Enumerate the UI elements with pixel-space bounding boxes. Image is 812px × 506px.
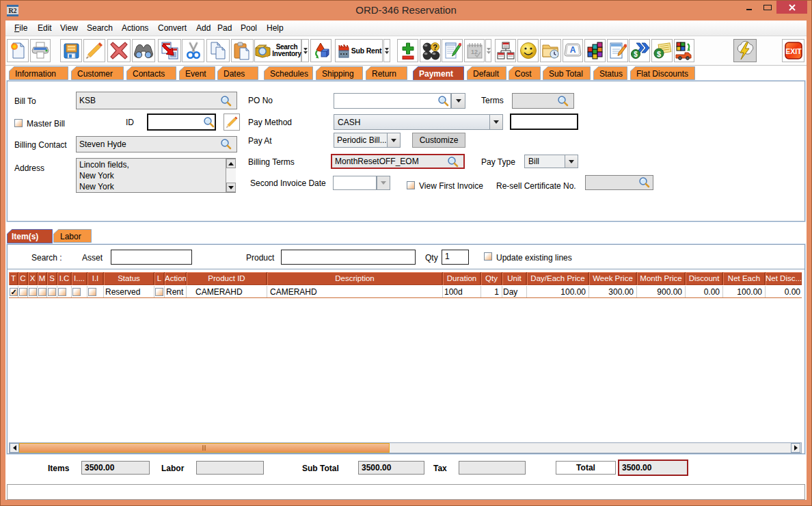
svg-text:12: 12 (470, 49, 477, 55)
svg-text:EXIT: EXIT (785, 47, 802, 55)
svg-text:Return: Return (372, 69, 396, 79)
svg-text:Event: Event (185, 69, 206, 79)
svg-text:Contacts: Contacts (133, 69, 165, 79)
svg-text:Status: Status (599, 69, 623, 79)
svg-text:Item(s): Item(s) (12, 232, 38, 241)
svg-text:Payment: Payment (419, 69, 453, 79)
svg-text:Information: Information (15, 69, 56, 79)
svg-text:Sub Total: Sub Total (549, 69, 583, 79)
svg-text:A: A (570, 45, 576, 55)
svg-text:Default: Default (473, 69, 500, 79)
svg-text:?: ? (433, 43, 437, 51)
svg-text:$: $ (656, 50, 660, 58)
svg-text:Flat Discounts: Flat Discounts (636, 69, 688, 79)
svg-text:Shipping: Shipping (322, 69, 354, 79)
svg-text:Dates: Dates (224, 69, 245, 79)
svg-text:Cost: Cost (515, 69, 532, 79)
svg-text:Schedules: Schedules (270, 69, 308, 79)
svg-text:Labor: Labor (60, 232, 81, 241)
svg-text:$: $ (634, 51, 638, 58)
svg-text:Customer: Customer (77, 69, 113, 79)
